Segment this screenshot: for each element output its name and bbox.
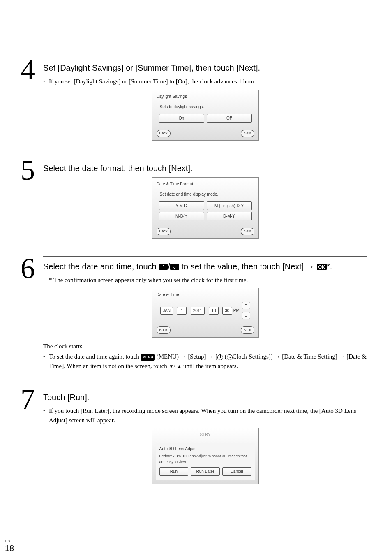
scr4-off-button[interactable]: Off bbox=[207, 114, 252, 123]
step6-bullet: To set the date and time again, touch ME… bbox=[49, 352, 367, 370]
arrow-icon: → bbox=[306, 262, 314, 271]
scr4-title: Daylight Savings bbox=[157, 93, 254, 100]
scr6-next-button[interactable]: Next bbox=[241, 326, 254, 334]
step-6: 6 Select the date and time, touch ⌃/⌄ to… bbox=[21, 256, 367, 374]
step4-heading: Set [Daylight Savings] or [Summer Time],… bbox=[43, 62, 367, 74]
scr7-run-button[interactable]: Run bbox=[159, 467, 189, 476]
scr5-next-button[interactable]: Next bbox=[241, 228, 254, 235]
ok-icon: OK bbox=[317, 264, 327, 270]
scr5-btn-dmy[interactable]: D-M-Y bbox=[207, 212, 252, 220]
step-5: 5 Select the date format, then touch [Ne… bbox=[21, 158, 367, 243]
scr6-back-button[interactable]: Back bbox=[157, 326, 171, 334]
step6-heading-a: Select the date and time, touch bbox=[43, 262, 159, 271]
step7-heading: Touch [Run]. bbox=[43, 391, 367, 403]
scr4-on-button[interactable]: On bbox=[159, 114, 204, 123]
field-hour[interactable]: 10 bbox=[209, 307, 219, 315]
down-icon: ⌄ bbox=[170, 264, 179, 270]
bullet-icon: • bbox=[43, 352, 49, 370]
scr6-up-button[interactable]: ⌃ bbox=[242, 302, 250, 309]
step5-heading: Select the date format, then touch [Next… bbox=[43, 162, 367, 174]
field-minute[interactable]: 30 bbox=[222, 307, 232, 315]
clock-icon bbox=[227, 354, 233, 360]
up-icon: ⌃ bbox=[159, 264, 168, 270]
step4-screenshot: Daylight Savings Sets to daylight saving… bbox=[152, 90, 259, 141]
field-month[interactable]: JAN bbox=[160, 307, 173, 315]
field-ampm: PM bbox=[233, 308, 240, 314]
scr4-back-button[interactable]: Back bbox=[157, 130, 171, 137]
step7-number: 7 bbox=[21, 387, 43, 412]
step6-heading-b: to set the value, then touch [Next] bbox=[179, 262, 306, 271]
field-year[interactable]: 2011 bbox=[191, 307, 205, 315]
step4-number: 4 bbox=[21, 58, 43, 82]
clock-starts-text: The clock starts. bbox=[43, 342, 367, 351]
bullet-icon: • bbox=[43, 77, 49, 86]
step4-bullet: If you set [Daylight Savings] or [Summer… bbox=[49, 77, 367, 86]
scr5-btn-mengdy[interactable]: M (English)-D-Y bbox=[207, 201, 252, 210]
scr5-btn-mdy[interactable]: M-D-Y bbox=[159, 212, 204, 220]
scr7-cancel-button[interactable]: Cancel bbox=[222, 467, 251, 476]
clock-icon bbox=[217, 354, 223, 360]
scr7-runlater-button[interactable]: Run Later bbox=[191, 467, 220, 476]
menu-icon: MENU bbox=[141, 354, 155, 361]
step5-screenshot: Date & Time Format Set date and time dis… bbox=[152, 177, 259, 239]
field-day[interactable]: 1 bbox=[177, 307, 187, 315]
step6-asterisk: * The confirmation screen appears only w… bbox=[49, 276, 248, 285]
step-7: 7 Touch [Run]. • If you touch [Run Later… bbox=[21, 387, 367, 488]
step6-heading: Select the date and time, touch ⌃/⌄ to s… bbox=[43, 261, 367, 272]
scr6-down-button[interactable]: ⌄ bbox=[242, 312, 250, 319]
step6-screenshot: Date & Time JAN - 1 - 2011 10 : 30 PM bbox=[152, 288, 259, 338]
step6-heading-c: *. bbox=[327, 262, 332, 271]
scr5-back-button[interactable]: Back bbox=[157, 228, 171, 235]
step7-bullet: If you touch [Run Later], the recording … bbox=[49, 406, 367, 425]
date-fields: JAN - 1 - 2011 10 : 30 PM bbox=[160, 307, 240, 315]
scr4-next-button[interactable]: Next bbox=[241, 130, 254, 137]
triangle-up-icon: ▲ bbox=[177, 364, 182, 369]
scr5-text: Set date and time display mode. bbox=[160, 191, 254, 197]
bullet-icon: • bbox=[43, 406, 49, 425]
scr5-title: Date & Time Format bbox=[157, 181, 254, 187]
triangle-down-icon: ▼ bbox=[169, 364, 174, 369]
scr7-text: Perform Auto 3D Lens Adjust to shoot 3D … bbox=[159, 454, 251, 465]
scr4-text: Sets to daylight savings. bbox=[160, 104, 254, 110]
step6-number: 6 bbox=[21, 256, 43, 281]
scr7-stby: STBY bbox=[156, 432, 255, 438]
step-4: 4 Set [Daylight Savings] or [Summer Time… bbox=[21, 58, 367, 145]
step7-screenshot: STBY Auto 3D Lens Adjust Perform Auto 3D… bbox=[152, 428, 259, 484]
step5-number: 5 bbox=[21, 158, 43, 183]
scr6-title: Date & Time bbox=[157, 292, 254, 298]
scr7-title: Auto 3D Lens Adjust bbox=[159, 446, 251, 452]
asterisk-mark bbox=[43, 276, 49, 285]
scr5-btn-ymd[interactable]: Y-M-D bbox=[159, 201, 204, 210]
